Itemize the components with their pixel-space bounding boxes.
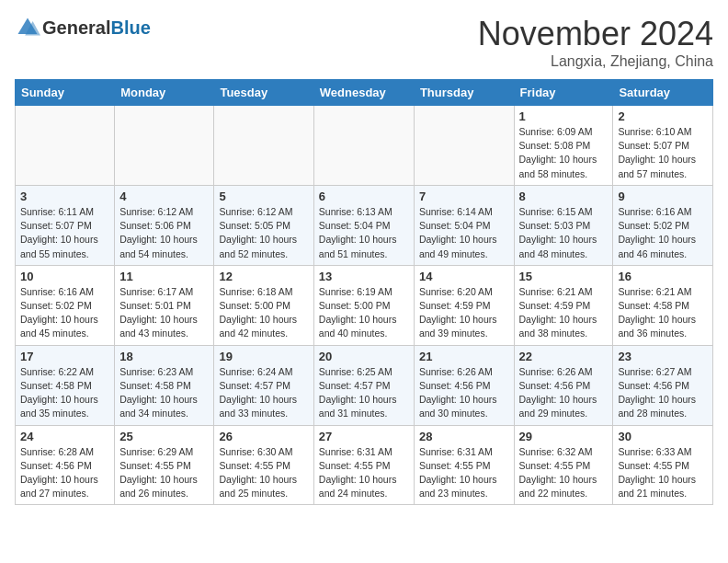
day-number: 23: [618, 350, 708, 363]
calendar-cell: 15Sunrise: 6:21 AMSunset: 4:59 PMDayligh…: [514, 265, 613, 345]
day-info: Sunrise: 6:14 AMSunset: 5:04 PMDaylight:…: [419, 205, 509, 261]
page-header: GeneralBlue November 2024 Langxia, Zheji…: [15, 15, 713, 70]
logo-general-text: General: [42, 17, 110, 39]
day-info: Sunrise: 6:09 AMSunset: 5:08 PMDaylight:…: [519, 125, 609, 181]
calendar-cell: 5Sunrise: 6:12 AMSunset: 5:05 PMDaylight…: [214, 185, 313, 265]
logo: GeneralBlue: [15, 15, 151, 40]
weekday-header-friday: Friday: [514, 80, 613, 106]
calendar-cell: 25Sunrise: 6:29 AMSunset: 4:55 PMDayligh…: [115, 425, 214, 505]
calendar-cell: [214, 106, 313, 186]
day-info: Sunrise: 6:16 AMSunset: 5:02 PMDaylight:…: [20, 285, 109, 341]
day-info: Sunrise: 6:22 AMSunset: 4:58 PMDaylight:…: [20, 365, 109, 421]
day-number: 18: [119, 350, 209, 363]
weekday-header-monday: Monday: [115, 80, 214, 106]
day-number: 30: [618, 430, 708, 443]
calendar-cell: 21Sunrise: 6:26 AMSunset: 4:56 PMDayligh…: [414, 345, 514, 425]
week-row-1: 3Sunrise: 6:11 AMSunset: 5:07 PMDaylight…: [16, 185, 713, 265]
weekday-header-wednesday: Wednesday: [313, 80, 414, 106]
calendar-cell: 30Sunrise: 6:33 AMSunset: 4:55 PMDayligh…: [613, 425, 713, 505]
calendar-cell: 11Sunrise: 6:17 AMSunset: 5:01 PMDayligh…: [115, 265, 214, 345]
calendar-cell: 18Sunrise: 6:23 AMSunset: 4:58 PMDayligh…: [115, 345, 214, 425]
day-number: 11: [119, 270, 209, 283]
calendar-cell: 23Sunrise: 6:27 AMSunset: 4:56 PMDayligh…: [613, 345, 713, 425]
day-info: Sunrise: 6:13 AMSunset: 5:04 PMDaylight:…: [319, 205, 409, 261]
weekday-header-saturday: Saturday: [613, 80, 713, 106]
calendar-cell: 24Sunrise: 6:28 AMSunset: 4:56 PMDayligh…: [16, 425, 115, 505]
calendar-cell: 19Sunrise: 6:24 AMSunset: 4:57 PMDayligh…: [214, 345, 313, 425]
day-number: 20: [319, 350, 409, 363]
week-row-4: 24Sunrise: 6:28 AMSunset: 4:56 PMDayligh…: [16, 425, 713, 505]
day-info: Sunrise: 6:19 AMSunset: 5:00 PMDaylight:…: [319, 285, 409, 341]
weekday-header-row: SundayMondayTuesdayWednesdayThursdayFrid…: [16, 80, 713, 106]
weekday-header-thursday: Thursday: [414, 80, 514, 106]
calendar-cell: 1Sunrise: 6:09 AMSunset: 5:08 PMDaylight…: [514, 106, 613, 186]
weekday-header-tuesday: Tuesday: [214, 80, 313, 106]
day-number: 2: [618, 109, 708, 123]
calendar-cell: 13Sunrise: 6:19 AMSunset: 5:00 PMDayligh…: [313, 265, 414, 345]
day-info: Sunrise: 6:31 AMSunset: 4:55 PMDaylight:…: [419, 445, 509, 501]
month-title: November 2024: [478, 15, 713, 53]
day-info: Sunrise: 6:24 AMSunset: 4:57 PMDaylight:…: [219, 365, 308, 421]
calendar-cell: 27Sunrise: 6:31 AMSunset: 4:55 PMDayligh…: [313, 425, 414, 505]
day-info: Sunrise: 6:27 AMSunset: 4:56 PMDaylight:…: [618, 365, 708, 421]
day-number: 14: [419, 270, 509, 283]
day-number: 3: [20, 190, 109, 203]
logo-icon: [15, 15, 40, 40]
day-number: 5: [219, 190, 308, 203]
day-number: 24: [20, 430, 109, 443]
title-block: November 2024 Langxia, Zhejiang, China: [478, 15, 713, 70]
day-number: 21: [419, 350, 509, 363]
location: Langxia, Zhejiang, China: [478, 53, 713, 70]
day-info: Sunrise: 6:23 AMSunset: 4:58 PMDaylight:…: [119, 365, 209, 421]
day-number: 8: [519, 190, 609, 203]
day-number: 28: [419, 430, 509, 443]
calendar-cell: 14Sunrise: 6:20 AMSunset: 4:59 PMDayligh…: [414, 265, 514, 345]
day-info: Sunrise: 6:32 AMSunset: 4:55 PMDaylight:…: [519, 445, 609, 501]
day-info: Sunrise: 6:26 AMSunset: 4:56 PMDaylight:…: [419, 365, 509, 421]
weekday-header-sunday: Sunday: [16, 80, 115, 106]
day-number: 22: [519, 350, 609, 363]
day-info: Sunrise: 6:12 AMSunset: 5:06 PMDaylight:…: [119, 205, 209, 261]
week-row-2: 10Sunrise: 6:16 AMSunset: 5:02 PMDayligh…: [16, 265, 713, 345]
day-number: 1: [519, 109, 609, 123]
calendar-cell: 20Sunrise: 6:25 AMSunset: 4:57 PMDayligh…: [313, 345, 414, 425]
calendar-cell: 8Sunrise: 6:15 AMSunset: 5:03 PMDaylight…: [514, 185, 613, 265]
day-number: 13: [319, 270, 409, 283]
calendar-cell: [414, 106, 514, 186]
calendar-cell: 26Sunrise: 6:30 AMSunset: 4:55 PMDayligh…: [214, 425, 313, 505]
day-info: Sunrise: 6:16 AMSunset: 5:02 PMDaylight:…: [618, 205, 708, 261]
day-number: 19: [219, 350, 308, 363]
day-number: 7: [419, 190, 509, 203]
day-number: 4: [119, 190, 209, 203]
calendar-cell: [313, 106, 414, 186]
calendar-cell: 17Sunrise: 6:22 AMSunset: 4:58 PMDayligh…: [16, 345, 115, 425]
day-info: Sunrise: 6:28 AMSunset: 4:56 PMDaylight:…: [20, 445, 109, 501]
calendar-cell: 3Sunrise: 6:11 AMSunset: 5:07 PMDaylight…: [16, 185, 115, 265]
day-info: Sunrise: 6:17 AMSunset: 5:01 PMDaylight:…: [119, 285, 209, 341]
calendar-cell: 10Sunrise: 6:16 AMSunset: 5:02 PMDayligh…: [16, 265, 115, 345]
calendar-cell: 12Sunrise: 6:18 AMSunset: 5:00 PMDayligh…: [214, 265, 313, 345]
day-info: Sunrise: 6:11 AMSunset: 5:07 PMDaylight:…: [20, 205, 109, 261]
logo-blue-text: Blue: [110, 17, 150, 39]
week-row-3: 17Sunrise: 6:22 AMSunset: 4:58 PMDayligh…: [16, 345, 713, 425]
day-info: Sunrise: 6:10 AMSunset: 5:07 PMDaylight:…: [618, 125, 708, 181]
day-info: Sunrise: 6:15 AMSunset: 5:03 PMDaylight:…: [519, 205, 609, 261]
calendar-cell: [115, 106, 214, 186]
day-number: 17: [20, 350, 109, 363]
week-row-0: 1Sunrise: 6:09 AMSunset: 5:08 PMDaylight…: [16, 106, 713, 186]
calendar-cell: 9Sunrise: 6:16 AMSunset: 5:02 PMDaylight…: [613, 185, 713, 265]
calendar-cell: 28Sunrise: 6:31 AMSunset: 4:55 PMDayligh…: [414, 425, 514, 505]
calendar-table: SundayMondayTuesdayWednesdayThursdayFrid…: [15, 79, 713, 505]
day-number: 29: [519, 430, 609, 443]
day-info: Sunrise: 6:18 AMSunset: 5:00 PMDaylight:…: [219, 285, 308, 341]
day-number: 6: [319, 190, 409, 203]
calendar-cell: 4Sunrise: 6:12 AMSunset: 5:06 PMDaylight…: [115, 185, 214, 265]
day-info: Sunrise: 6:25 AMSunset: 4:57 PMDaylight:…: [319, 365, 409, 421]
day-number: 15: [519, 270, 609, 283]
day-info: Sunrise: 6:26 AMSunset: 4:56 PMDaylight:…: [519, 365, 609, 421]
day-info: Sunrise: 6:31 AMSunset: 4:55 PMDaylight:…: [319, 445, 409, 501]
day-info: Sunrise: 6:29 AMSunset: 4:55 PMDaylight:…: [119, 445, 209, 501]
day-number: 16: [618, 270, 708, 283]
day-info: Sunrise: 6:20 AMSunset: 4:59 PMDaylight:…: [419, 285, 509, 341]
calendar-cell: 22Sunrise: 6:26 AMSunset: 4:56 PMDayligh…: [514, 345, 613, 425]
